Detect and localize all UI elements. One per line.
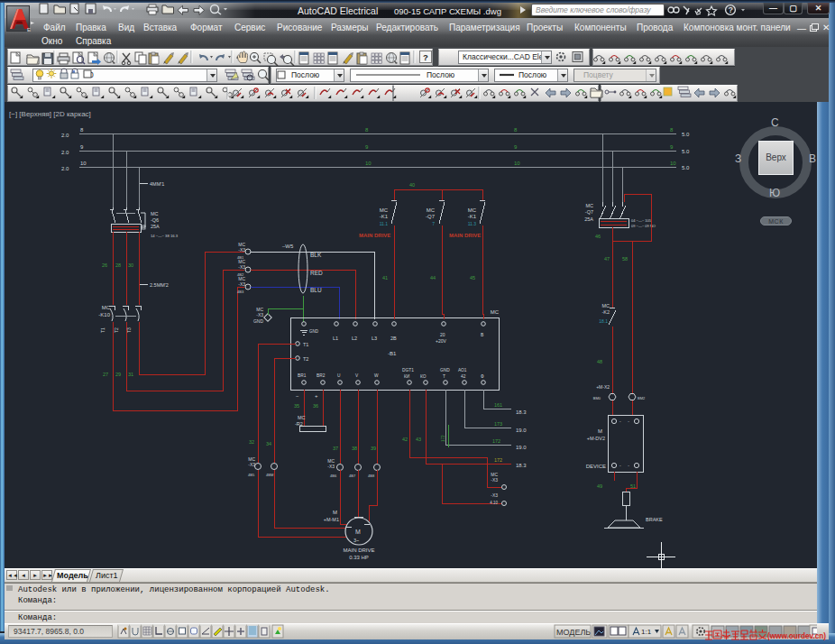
svg-text:34: 34: [266, 441, 271, 446]
svg-text:MAIN DRIVE: MAIN DRIVE: [343, 547, 374, 553]
svg-text:E: E: [27, 27, 31, 32]
svg-text:-Q6: -Q6: [151, 217, 159, 223]
svg-text:-K1: -K1: [468, 214, 477, 219]
svg-text:+: +: [315, 393, 318, 399]
svg-text:MAIN DRIVE: MAIN DRIVE: [449, 233, 481, 238]
svg-text:9: 9: [80, 144, 84, 150]
svg-text:М: М: [333, 510, 337, 515]
svg-text:-X3: -X3: [238, 247, 245, 253]
svg-text:3~: 3~: [353, 538, 359, 543]
svg-text:4В6: 4В6: [330, 474, 337, 478]
svg-text:8: 8: [514, 127, 518, 133]
svg-text:5.0: 5.0: [682, 165, 690, 170]
svg-text:BLU: BLU: [310, 287, 322, 293]
svg-text:5.0: 5.0: [682, 149, 690, 154]
svg-text:Т2: Т2: [303, 356, 308, 362]
svg-text:?: ?: [729, 5, 734, 14]
svg-text:-X3: -X3: [238, 264, 245, 270]
svg-text:-: -: [628, 419, 629, 424]
svg-text:+М-Х2: +М-Х2: [596, 384, 610, 390]
svg-text:L1: L1: [333, 336, 338, 341]
svg-text:161: 161: [494, 402, 502, 408]
svg-text:4В2: 4В2: [237, 272, 244, 277]
svg-text:04 ~—~ 105: 04 ~—~ 105: [631, 218, 652, 223]
svg-text:48: 48: [597, 359, 602, 364]
svg-text:0.33 HP: 0.33 HP: [349, 555, 369, 560]
svg-text:-K2: -K2: [601, 309, 610, 315]
svg-text:36: 36: [313, 403, 318, 409]
svg-text:-K1: -K1: [380, 214, 389, 219]
svg-text:5.0: 5.0: [682, 132, 690, 137]
svg-text:-Q7: -Q7: [585, 209, 593, 215]
svg-text:35: 35: [294, 403, 299, 409]
svg-text:8: 8: [365, 127, 369, 133]
svg-text:−: −: [296, 393, 299, 399]
svg-text:30: 30: [128, 262, 133, 268]
svg-text:4В7: 4В7: [349, 474, 356, 478]
svg-text:–W5: –W5: [282, 244, 294, 249]
svg-text:МС: МС: [298, 415, 306, 420]
svg-text:+М-DV2: +М-DV2: [587, 436, 605, 441]
svg-text:9: 9: [514, 144, 518, 150]
svg-text:49: 49: [597, 483, 602, 489]
svg-text:38: 38: [352, 446, 357, 451]
svg-text:20: 20: [440, 332, 445, 337]
svg-text:7: 7: [432, 221, 435, 226]
svg-text:46: 46: [595, 234, 601, 239]
svg-text:25А: 25А: [584, 216, 593, 222]
svg-text:MAIN DRIVE: MAIN DRIVE: [359, 233, 390, 238]
svg-text:МОДЕЛЬ: МОДЕЛЬ: [556, 628, 591, 637]
svg-text:8: 8: [80, 127, 84, 133]
svg-text:+20V: +20V: [436, 338, 446, 344]
svg-text:4В3: 4В3: [237, 290, 244, 294]
svg-text:W: W: [374, 373, 379, 378]
svg-text:9: 9: [670, 144, 674, 150]
svg-text:Т1: Т1: [303, 342, 308, 347]
svg-text:BLK: BLK: [310, 252, 322, 258]
svg-text:44: 44: [430, 275, 436, 281]
svg-text:-X3: -X3: [248, 462, 255, 467]
svg-text:V: V: [355, 373, 359, 378]
svg-text:-В1: -В1: [388, 351, 397, 356]
svg-text:МС: МС: [601, 303, 610, 308]
svg-text:[−] [Верхняя] [2D каркас]: [−] [Верхняя] [2D каркас]: [9, 110, 91, 118]
svg-text:9: 9: [365, 144, 369, 150]
svg-text:DEVICE: DEVICE: [586, 464, 606, 469]
svg-text:42: 42: [402, 437, 408, 442]
svg-text:МС: МС: [491, 309, 500, 315]
svg-text:М: М: [355, 529, 361, 535]
svg-text:Т1: Т1: [100, 327, 106, 333]
svg-text:BRAKE: BRAKE: [646, 517, 663, 522]
svg-text:173: 173: [494, 421, 502, 427]
svg-text:4ВМ: 4ВМ: [266, 473, 273, 477]
svg-text:-X3: -X3: [491, 492, 498, 498]
svg-text:-Q7: -Q7: [426, 214, 436, 219]
svg-text:2В: 2В: [390, 336, 397, 341]
svg-text:Т3: Т3: [126, 327, 132, 333]
svg-text:U: U: [337, 373, 341, 378]
svg-text:-X3: -X3: [327, 464, 335, 469]
svg-text:МС: МС: [585, 203, 593, 208]
svg-text:29: 29: [115, 372, 121, 377]
svg-text:RED: RED: [310, 270, 323, 276]
svg-text:4В5: 4В5: [248, 473, 255, 477]
svg-text:DGT1: DGT1: [402, 368, 414, 373]
svg-text:В: В: [481, 332, 484, 337]
svg-text:МС: МС: [151, 211, 159, 216]
svg-text:(www.ourdev.cn): (www.ourdev.cn): [767, 632, 826, 640]
svg-text:172: 172: [441, 435, 445, 442]
svg-text:18.1: 18.1: [599, 318, 608, 324]
svg-text:КО: КО: [420, 374, 427, 379]
svg-text:10: 10: [670, 161, 676, 166]
svg-text:27: 27: [103, 372, 108, 377]
svg-text:18.3: 18.3: [516, 409, 527, 415]
svg-text:L2: L2: [352, 336, 357, 341]
svg-text:-: -: [628, 463, 629, 468]
svg-text:2.0: 2.0: [61, 133, 69, 138]
svg-text:26: 26: [102, 262, 107, 268]
svg-text:+М-М1: +М-М1: [324, 517, 339, 522]
svg-text:GND: GND: [440, 368, 450, 373]
svg-text:GND: GND: [309, 329, 319, 334]
svg-text:-: -: [619, 463, 621, 468]
svg-text:40: 40: [409, 182, 415, 188]
